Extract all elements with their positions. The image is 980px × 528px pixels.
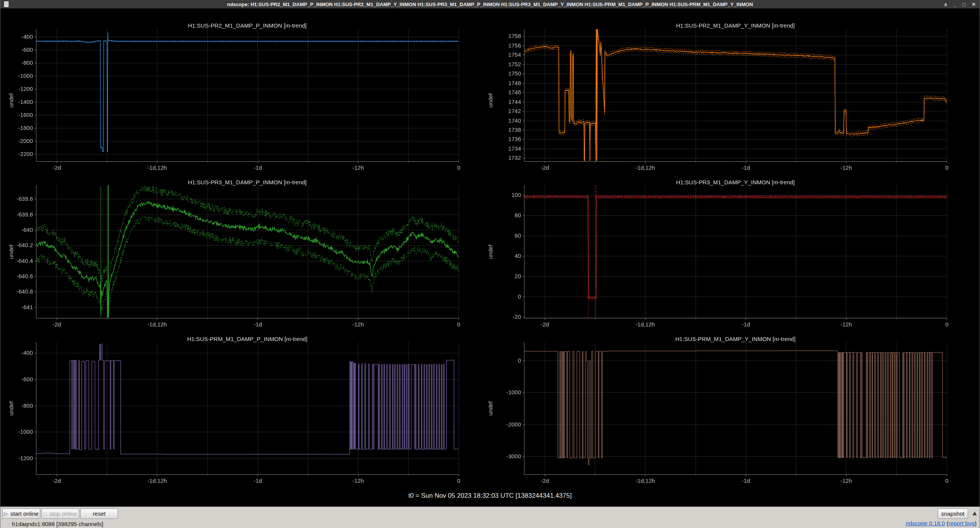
y-axis-label: undef	[8, 244, 15, 259]
plot-canvas-pr3-y[interactable]	[479, 175, 979, 329]
plot-canvas-pr2-y[interactable]	[479, 10, 979, 175]
stop-icon: □	[44, 511, 47, 517]
paren-open: (	[945, 520, 948, 526]
plot-canvas-pr3-p[interactable]	[2, 175, 479, 329]
paren-close: )	[975, 520, 977, 526]
window-controls: ∧ _ □ ✕	[944, 0, 976, 8]
play-icon: ▷	[4, 511, 8, 517]
plot-title: H1:SUS-PRM_M1_DAMP_P_INMON [m-trend]	[36, 336, 459, 342]
minimize-icon[interactable]: _	[954, 2, 956, 7]
bottom-panel: ▷ start online □ stop online reset snaps…	[0, 507, 980, 528]
version-link[interactable]: ndscope 0.18.0	[906, 520, 945, 526]
plot-pr2-y: H1:SUS-PR2_M1_DAMP_Y_INMON [m-trend] und…	[479, 10, 979, 175]
plot-pr3-p: H1:SUS-PR3_M1_DAMP_P_INMON [m-trend] und…	[2, 175, 479, 329]
stop-online-button[interactable]: □ stop online	[41, 508, 79, 519]
plot-canvas-pr2-p[interactable]	[2, 10, 479, 175]
plot-canvas-prm-p[interactable]	[2, 331, 479, 484]
y-axis-label: undef	[8, 401, 15, 416]
shade-icon[interactable]: ∧	[944, 2, 947, 7]
plot-prm-p: H1:SUS-PRM_M1_DAMP_P_INMON [m-trend] und…	[2, 331, 479, 484]
server-status: h1daqnds1:8088 [398295 channels]	[12, 521, 103, 527]
collapse-panel-icon[interactable]: ▲	[971, 509, 978, 517]
plot-title: H1:SUS-PR2_M1_DAMP_P_INMON [m-trend]	[36, 22, 459, 29]
plot-title: H1:SUS-PR3_M1_DAMP_P_INMON [m-trend]	[36, 179, 459, 185]
plot-title: H1:SUS-PR2_M1_DAMP_Y_INMON [m-trend]	[524, 22, 947, 29]
snapshot-label: snapshot	[941, 510, 965, 517]
stop-online-label: stop online	[49, 510, 77, 517]
plot-pr2-p: H1:SUS-PR2_M1_DAMP_P_INMON [m-trend] und…	[2, 10, 479, 175]
maximize-icon[interactable]: □	[962, 2, 965, 7]
close-icon[interactable]: ✕	[972, 2, 976, 7]
version-info: ndscope 0.18.0 (report bug)	[906, 520, 977, 526]
t0-label: t0 = Sun Nov 05 2023 18:32:03 UTC [13832…	[0, 492, 980, 500]
app-window: ndscope: H1:SUS-PR2_M1_DAMP_P_INMON H1:S…	[0, 0, 980, 528]
y-axis-label: undef	[487, 401, 494, 416]
title-bar[interactable]: ndscope: H1:SUS-PR2_M1_DAMP_P_INMON H1:S…	[0, 0, 980, 8]
plot-pr3-y: H1:SUS-PR3_M1_DAMP_Y_INMON [m-trend] und…	[479, 175, 979, 329]
plot-title: H1:SUS-PR3_M1_DAMP_Y_INMON [m-trend]	[524, 179, 947, 185]
window-title: ndscope: H1:SUS-PR2_M1_DAMP_P_INMON H1:S…	[0, 2, 980, 7]
report-bug-link[interactable]: report bug	[949, 520, 975, 526]
y-axis-label: undef	[8, 93, 15, 108]
reset-label: reset	[93, 510, 105, 517]
reset-button[interactable]: reset	[80, 508, 118, 519]
start-online-button[interactable]: ▷ start online	[2, 508, 40, 519]
plot-canvas-prm-y[interactable]	[479, 331, 979, 484]
y-axis-label: undef	[487, 93, 494, 108]
plot-title: H1:SUS-PRM_M1_DAMP_Y_INMON [m-trend]	[524, 336, 947, 342]
start-online-label: start online	[10, 510, 38, 517]
snapshot-button[interactable]: snapshot	[938, 508, 968, 519]
y-axis-label: undef	[487, 244, 494, 259]
plot-prm-y: H1:SUS-PRM_M1_DAMP_Y_INMON [m-trend] und…	[479, 331, 979, 484]
